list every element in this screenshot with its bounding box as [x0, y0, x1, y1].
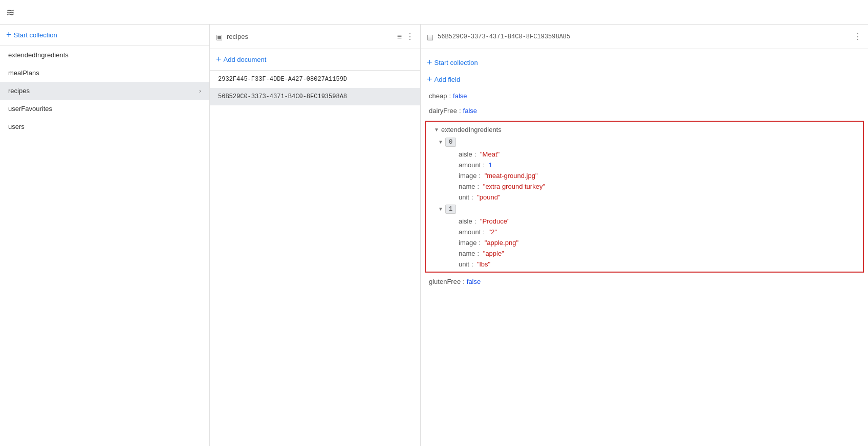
val-aisle-1: "Produce": [480, 217, 510, 225]
add-document-button[interactable]: + Add document: [216, 54, 266, 65]
plus-icon: +: [427, 57, 432, 68]
col2-header: ▣ recipes ≡ ⋮: [210, 25, 420, 49]
collection-item-userFavourites[interactable]: userFavourites: [0, 100, 209, 118]
plus-icon: +: [6, 30, 12, 40]
colon-dairyFree: :: [459, 106, 461, 117]
collection-icon: ▣: [216, 33, 223, 41]
col3-title: 56B529C0-3373-4371-B4C0-8FC193598A85: [438, 33, 850, 40]
array-item-1: ▼ 1 aisle : "Produce" amount :: [430, 203, 863, 270]
field-cheap: cheap : false: [421, 89, 868, 104]
collection-label: extendedIngredients: [8, 51, 69, 59]
val-unit-1: "lbs": [477, 260, 490, 268]
colon: :: [471, 260, 475, 268]
array-item-0-fields: aisle : "Meat" amount : 1 image: [430, 149, 863, 203]
array-item-1-fields: aisle : "Produce" amount : "2" image: [430, 216, 863, 270]
val-unit-0: "pound": [477, 193, 500, 201]
chevron-right-icon: ›: [199, 87, 201, 95]
col2-title: recipes: [227, 33, 393, 40]
colon: :: [483, 161, 486, 169]
plus-icon: +: [216, 54, 222, 65]
collection-item-mealPlans[interactable]: mealPlans: [0, 64, 209, 82]
field-unit-0: unit : "pound": [450, 192, 863, 203]
collection-item-extendedIngredients[interactable]: extendedIngredients: [0, 46, 209, 64]
key-name-1: name: [459, 250, 475, 257]
val-name-0: "extra ground turkey": [483, 183, 545, 190]
field-key-dairyFree: dairyFree: [429, 106, 457, 117]
colon: :: [471, 193, 475, 201]
add-document-label: Add document: [224, 56, 267, 63]
field-aisle-0: aisle : "Meat": [450, 149, 863, 160]
colon: :: [478, 250, 481, 257]
documents-list: 2932F445-F33F-4DDE-A427-08027A1159D 56B5…: [210, 71, 420, 446]
top-bar: ≋: [0, 0, 868, 25]
val-image-0: "meat-ground.jpg": [485, 172, 538, 180]
field-value-glutenFree: false: [467, 277, 481, 287]
col-documents: ▣ recipes ≡ ⋮ + Add document 2932F445-F3…: [210, 25, 421, 446]
expand-array-icon[interactable]: ▼: [434, 127, 439, 132]
key-unit-1: unit: [459, 260, 469, 268]
expand-item-1-icon[interactable]: ▼: [438, 206, 443, 212]
key-name-0: name: [459, 183, 475, 190]
add-field-button[interactable]: + Add field: [427, 74, 460, 85]
col-collections: + Start collection extendedIngredients m…: [0, 25, 210, 446]
col-fields: ▤ 56B529C0-3373-4371-B4C0-8FC193598A85 ⋮…: [421, 25, 868, 446]
more-vert-icon[interactable]: ⋮: [854, 32, 862, 41]
array-index-0: 0: [445, 138, 456, 147]
menu-icon[interactable]: ≋: [6, 6, 15, 18]
field-amount-1: amount : "2": [450, 227, 863, 237]
col2-actions: + Add document: [210, 49, 420, 71]
array-item-0: ▼ 0 aisle : "Meat" amount :: [430, 136, 863, 203]
key-unit-0: unit: [459, 193, 469, 201]
filter-icon[interactable]: ≡: [397, 32, 402, 41]
array-key-extendedIngredients: extendedIngredients: [441, 126, 502, 133]
expand-item-0-icon[interactable]: ▼: [438, 139, 443, 145]
colon: :: [474, 217, 478, 225]
field-name-0: name : "extra ground turkey": [450, 181, 863, 192]
key-aisle-0: aisle: [459, 150, 472, 158]
document-item-1[interactable]: 2932F445-F33F-4DDE-A427-08027A1159D: [210, 71, 420, 88]
start-collection-button-2[interactable]: + Start collection: [427, 57, 478, 68]
colon: :: [479, 239, 482, 247]
colon: :: [479, 172, 482, 180]
field-unit-1: unit : "lbs": [450, 259, 863, 270]
field-name-1: name : "apple": [450, 248, 863, 259]
colon: :: [478, 183, 481, 190]
document-id: 2932F445-F33F-4DDE-A427-08027A1159D: [218, 76, 347, 83]
field-key-cheap: cheap: [429, 91, 447, 102]
field-value-dairyFree: false: [463, 106, 477, 117]
col3-header: ▤ 56B529C0-3373-4371-B4C0-8FC193598A85 ⋮: [421, 25, 868, 49]
val-image-1: "apple.png": [485, 239, 518, 247]
field-image-1: image : "apple.png": [450, 237, 863, 248]
plus-icon: +: [427, 74, 432, 85]
key-aisle-1: aisle: [459, 217, 472, 225]
start-collection-button[interactable]: + Start collection: [6, 30, 57, 40]
collections-list: extendedIngredients mealPlans recipes › …: [0, 46, 209, 446]
val-aisle-0: "Meat": [480, 150, 500, 158]
collection-label: recipes: [8, 87, 30, 95]
collection-item-recipes[interactable]: recipes ›: [0, 82, 209, 100]
collection-item-users[interactable]: users: [0, 118, 209, 136]
colon-glutenFree: :: [463, 277, 465, 287]
document-item-2[interactable]: 56B529C0-3373-4371-B4C0-8FC193598A8: [210, 88, 420, 105]
field-aisle-1: aisle : "Produce": [450, 216, 863, 227]
fields-content: + Start collection + Add field cheap : f…: [421, 49, 868, 446]
field-amount-0: amount : 1: [450, 160, 863, 170]
start-collection-label: Start collection: [14, 31, 57, 39]
start-collection-label-2: Start collection: [435, 59, 478, 66]
col1-actions: + Start collection: [0, 25, 209, 46]
collection-label: users: [8, 123, 25, 130]
key-amount-1: amount: [459, 228, 481, 236]
add-field-label: Add field: [435, 76, 461, 83]
extended-ingredients-header: ▼ extendedIngredients: [426, 124, 863, 136]
app-container: ≋ + Start collection extendedIngredients…: [0, 0, 868, 446]
collection-label: mealPlans: [8, 69, 39, 77]
array-item-1-header: ▼ 1: [430, 203, 863, 216]
more-vert-icon[interactable]: ⋮: [406, 32, 414, 41]
field-value-cheap: false: [453, 91, 467, 102]
columns-container: + Start collection extendedIngredients m…: [0, 25, 868, 446]
val-amount-0: 1: [489, 161, 492, 169]
document-icon: ▤: [427, 33, 433, 41]
val-name-1: "apple": [483, 250, 504, 257]
field-glutenFree: glutenFree : false: [421, 275, 868, 289]
col3-add-field: + Add field: [421, 72, 868, 89]
